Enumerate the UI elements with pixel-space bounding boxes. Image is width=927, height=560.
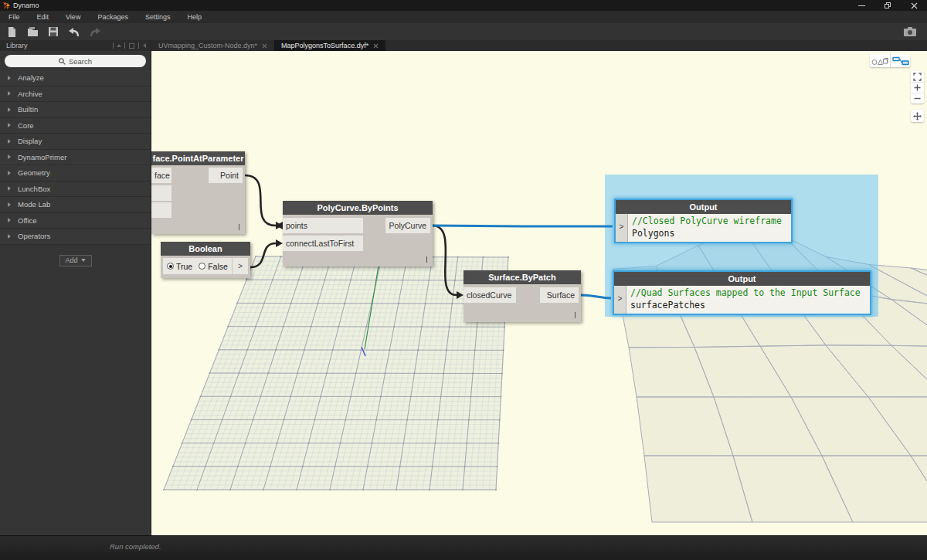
restore-button[interactable] (874, 0, 901, 11)
menu-bar: File Edit View Packages Settings Help (0, 11, 927, 23)
library-category-geometry[interactable]: Geometry (0, 165, 151, 182)
library-category-modelab[interactable]: Mode Lab (0, 197, 151, 213)
tool-bar (0, 23, 927, 40)
new-file-button[interactable] (2, 24, 21, 39)
menu-packages[interactable]: Packages (89, 11, 137, 23)
save-icon (48, 26, 59, 37)
zoom-in-button[interactable] (911, 82, 924, 93)
output-port-point[interactable]: Point (209, 168, 243, 183)
node-point-at-parameter[interactable]: face.PointAtParameter face Point (151, 151, 245, 234)
title-bar: Dynamo (0, 0, 927, 11)
input-port-face[interactable]: face (151, 168, 171, 183)
close-tab-icon[interactable] (262, 43, 267, 49)
pan-button[interactable] (911, 110, 924, 122)
status-message: Run completed. (110, 542, 161, 551)
graph-view-button[interactable] (890, 54, 910, 67)
output-port-surface[interactable]: Surface (540, 287, 579, 303)
input-port[interactable]: > (614, 286, 626, 314)
expand-icon (8, 139, 11, 144)
library-category-core[interactable]: Core (0, 118, 151, 134)
node-title: face.PointAtParameter (151, 151, 245, 165)
layout-icon[interactable] (129, 43, 134, 49)
output-code[interactable]: //Closed PolyCurve wireframe Polygons (632, 216, 789, 239)
node-title: Boolean (161, 242, 250, 256)
library-category-dynamoprimer[interactable]: DynamoPrimer (0, 150, 151, 166)
export-workspace-image-button[interactable] (901, 24, 919, 39)
menu-help[interactable]: Help (178, 11, 210, 23)
undo-icon (68, 27, 80, 37)
save-button[interactable] (44, 24, 63, 39)
node-title: Surface.ByPatch (464, 270, 581, 284)
tab-bar: UVmapping_Custom-Node.dyn* MapPolygonsTo… (151, 40, 927, 51)
preview-toggle-bar[interactable] (426, 256, 428, 263)
radio-false[interactable]: False (199, 262, 228, 271)
add-button[interactable]: Add (59, 255, 92, 266)
tab-uvmapping[interactable]: UVmapping_Custom-Node.dyn* (151, 40, 274, 51)
node-boolean[interactable]: Boolean True False > (161, 242, 250, 278)
search-icon (59, 58, 66, 65)
fit-view-icon (913, 73, 922, 81)
node-surface-bypatch[interactable]: Surface.ByPatch closedCurve Surface (464, 270, 581, 322)
radio-true[interactable]: True (167, 262, 192, 271)
input-port[interactable]: > (616, 214, 628, 242)
graph-view-icon (892, 56, 909, 66)
library-category-analyze[interactable]: Analyze (0, 70, 151, 87)
library-category-lunchbox[interactable]: LunchBox (0, 182, 151, 198)
zoom-fit-button[interactable] (911, 71, 924, 82)
expand-icon (8, 76, 11, 80)
graph-canvas[interactable]: face.PointAtParameter face Point Boolean… (151, 51, 927, 535)
close-button[interactable] (901, 0, 927, 11)
node-title: Output (616, 200, 791, 214)
preview-toggle-bar[interactable] (239, 224, 240, 230)
input-port-closedcurve[interactable]: closedCurve (464, 287, 516, 303)
node-output-surfacepatches[interactable]: Output > //Quad Surfaces mapped to the I… (613, 270, 871, 315)
library-category-office[interactable]: Office (0, 213, 151, 229)
input-port-connectlasttofirst[interactable]: connectLastToFirst (283, 236, 363, 251)
geometry-view-button[interactable] (870, 54, 890, 67)
pan-icon (913, 112, 922, 120)
preview-toggle-bar[interactable] (575, 312, 576, 318)
new-file-icon (6, 26, 17, 38)
output-port[interactable]: > (233, 258, 248, 274)
expand-icon (8, 171, 11, 175)
expand-icon (8, 218, 11, 222)
input-port-points[interactable]: points (283, 218, 363, 233)
dynamo-logo-icon (3, 2, 10, 9)
input-port[interactable] (151, 202, 171, 218)
undo-button[interactable] (65, 24, 83, 39)
node-output-polygons[interactable]: Output > //Closed PolyCurve wireframe Po… (614, 199, 793, 243)
divider (124, 42, 125, 49)
search-placeholder: Search (69, 57, 92, 66)
library-category-operators[interactable]: Operators (0, 229, 151, 245)
expand-icon (8, 123, 11, 127)
node-polycurve-bypoints[interactable]: PolyCurve.ByPoints points connectLastToF… (283, 201, 433, 266)
redo-button[interactable] (86, 24, 104, 39)
menu-view[interactable]: View (57, 11, 89, 23)
caret-down-icon (81, 259, 86, 262)
menu-file[interactable]: File (0, 11, 29, 23)
library-title: Library (6, 42, 28, 49)
node-title: Output (614, 272, 870, 286)
close-icon (911, 2, 918, 9)
open-file-button[interactable] (23, 24, 42, 39)
tab-mappolygons[interactable]: MapPolygonsToSurface.dyf* (274, 40, 385, 51)
output-code[interactable]: //Quad Surfaces mapped to the Input Surf… (630, 287, 868, 311)
library-category-builtin[interactable]: BuiltIn (0, 102, 151, 118)
output-port-polycurve[interactable]: PolyCurve (385, 218, 430, 233)
menu-settings[interactable]: Settings (137, 11, 179, 23)
input-port[interactable] (151, 185, 171, 201)
menu-edit[interactable]: Edit (29, 11, 58, 23)
library-category-display[interactable]: Display (0, 134, 151, 150)
expand-icon (8, 91, 11, 96)
library-category-archive[interactable]: Archive (0, 87, 151, 103)
minimize-button[interactable] (848, 0, 874, 11)
radio-checked-icon (167, 263, 174, 270)
zoom-out-button[interactable] (911, 93, 924, 104)
close-tab-icon[interactable] (373, 43, 379, 49)
plus-icon (914, 84, 921, 91)
collapse-panel-icon[interactable] (143, 43, 146, 48)
sort-icon[interactable] (117, 44, 121, 47)
divider (113, 42, 114, 49)
minus-icon (914, 95, 921, 102)
search-input[interactable]: Search (5, 55, 146, 67)
